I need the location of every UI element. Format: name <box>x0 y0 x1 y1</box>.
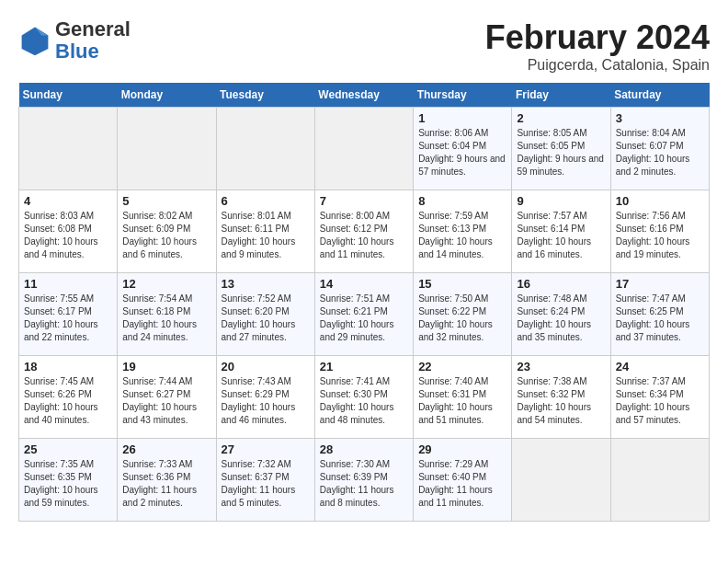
weekday-header: Saturday <box>610 83 709 108</box>
day-number: 1 <box>418 111 506 125</box>
day-info: Sunrise: 8:01 AMSunset: 6:11 PMDaylight:… <box>222 210 310 261</box>
title-block: February 2024 Puigcerda, Catalonia, Spai… <box>485 18 710 74</box>
day-number: 2 <box>517 111 605 125</box>
day-info: Sunrise: 7:29 AMSunset: 6:40 PMDaylight:… <box>418 458 506 510</box>
calendar-cell: 1Sunrise: 8:06 AMSunset: 6:04 PMDaylight… <box>414 108 512 190</box>
calendar-cell: 8Sunrise: 7:59 AMSunset: 6:13 PMDaylight… <box>414 190 512 273</box>
day-info: Sunrise: 7:35 AMSunset: 6:35 PMDaylight:… <box>24 458 112 510</box>
calendar-cell: 23Sunrise: 7:38 AMSunset: 6:32 PMDayligh… <box>512 356 610 439</box>
day-number: 25 <box>24 442 112 456</box>
day-info: Sunrise: 7:56 AMSunset: 6:16 PMDaylight:… <box>616 210 704 261</box>
day-number: 10 <box>616 194 704 208</box>
calendar-cell: 9Sunrise: 7:57 AMSunset: 6:14 PMDaylight… <box>512 190 610 273</box>
day-number: 9 <box>517 194 605 208</box>
day-info: Sunrise: 7:41 AMSunset: 6:30 PMDaylight:… <box>320 375 408 427</box>
calendar-week-row: 11Sunrise: 7:55 AMSunset: 6:17 PMDayligh… <box>19 273 710 356</box>
day-info: Sunrise: 7:32 AMSunset: 6:37 PMDaylight:… <box>222 458 310 510</box>
weekday-header: Tuesday <box>216 83 314 108</box>
day-number: 17 <box>616 277 704 291</box>
logo-general: General <box>55 18 131 40</box>
day-info: Sunrise: 7:44 AMSunset: 6:27 PMDaylight:… <box>122 375 210 427</box>
calendar-cell: 29Sunrise: 7:29 AMSunset: 6:40 PMDayligh… <box>414 439 512 522</box>
calendar-cell: 12Sunrise: 7:54 AMSunset: 6:18 PMDayligh… <box>118 273 216 356</box>
day-info: Sunrise: 7:52 AMSunset: 6:20 PMDaylight:… <box>222 293 310 344</box>
calendar-title: February 2024 <box>485 18 710 57</box>
calendar-cell <box>216 108 314 190</box>
day-info: Sunrise: 7:47 AMSunset: 6:25 PMDaylight:… <box>616 293 704 344</box>
day-number: 3 <box>616 111 704 125</box>
svg-marker-0 <box>22 28 49 56</box>
day-number: 5 <box>122 194 210 208</box>
day-info: Sunrise: 8:03 AMSunset: 6:08 PMDaylight:… <box>24 210 112 261</box>
day-number: 6 <box>222 194 310 208</box>
calendar-week-row: 25Sunrise: 7:35 AMSunset: 6:35 PMDayligh… <box>19 439 710 522</box>
logo-icon <box>18 24 51 57</box>
weekday-header: Thursday <box>414 83 512 108</box>
calendar-cell: 11Sunrise: 7:55 AMSunset: 6:17 PMDayligh… <box>19 273 118 356</box>
day-number: 16 <box>517 277 605 291</box>
day-info: Sunrise: 7:54 AMSunset: 6:18 PMDaylight:… <box>122 293 210 344</box>
calendar-cell: 24Sunrise: 7:37 AMSunset: 6:34 PMDayligh… <box>610 356 709 439</box>
day-number: 4 <box>24 194 112 208</box>
day-info: Sunrise: 7:45 AMSunset: 6:26 PMDaylight:… <box>24 375 112 427</box>
logo-text: General Blue <box>55 18 131 63</box>
calendar-cell <box>118 108 216 190</box>
weekday-header: Monday <box>118 83 216 108</box>
day-info: Sunrise: 7:57 AMSunset: 6:14 PMDaylight:… <box>517 210 605 261</box>
calendar-cell: 4Sunrise: 8:03 AMSunset: 6:08 PMDaylight… <box>19 190 118 273</box>
page-header: General Blue February 2024 Puigcerda, Ca… <box>18 18 710 74</box>
calendar-cell <box>314 108 413 190</box>
day-info: Sunrise: 7:37 AMSunset: 6:34 PMDaylight:… <box>616 375 704 427</box>
calendar-cell: 13Sunrise: 7:52 AMSunset: 6:20 PMDayligh… <box>216 273 314 356</box>
calendar-week-row: 18Sunrise: 7:45 AMSunset: 6:26 PMDayligh… <box>19 356 710 439</box>
day-info: Sunrise: 7:33 AMSunset: 6:36 PMDaylight:… <box>122 458 210 510</box>
day-info: Sunrise: 7:30 AMSunset: 6:39 PMDaylight:… <box>320 458 408 510</box>
day-info: Sunrise: 7:38 AMSunset: 6:32 PMDaylight:… <box>517 375 605 427</box>
day-number: 21 <box>320 360 408 373</box>
day-info: Sunrise: 7:50 AMSunset: 6:22 PMDaylight:… <box>418 293 506 344</box>
weekday-header-row: SundayMondayTuesdayWednesdayThursdayFrid… <box>19 83 710 108</box>
day-info: Sunrise: 7:48 AMSunset: 6:24 PMDaylight:… <box>517 293 605 344</box>
day-number: 8 <box>418 194 506 208</box>
calendar-cell: 27Sunrise: 7:32 AMSunset: 6:37 PMDayligh… <box>216 439 314 522</box>
logo: General Blue <box>18 18 131 63</box>
day-number: 22 <box>418 360 506 373</box>
day-info: Sunrise: 7:51 AMSunset: 6:21 PMDaylight:… <box>320 293 408 344</box>
day-number: 26 <box>122 442 210 456</box>
day-info: Sunrise: 7:43 AMSunset: 6:29 PMDaylight:… <box>222 375 310 427</box>
day-number: 15 <box>418 277 506 291</box>
calendar-cell: 19Sunrise: 7:44 AMSunset: 6:27 PMDayligh… <box>118 356 216 439</box>
day-info: Sunrise: 8:04 AMSunset: 6:07 PMDaylight:… <box>616 127 704 178</box>
day-number: 11 <box>24 277 112 291</box>
calendar-cell: 16Sunrise: 7:48 AMSunset: 6:24 PMDayligh… <box>512 273 610 356</box>
weekday-header: Wednesday <box>314 83 413 108</box>
day-number: 13 <box>222 277 310 291</box>
weekday-header: Sunday <box>19 83 118 108</box>
calendar-cell: 18Sunrise: 7:45 AMSunset: 6:26 PMDayligh… <box>19 356 118 439</box>
day-info: Sunrise: 7:55 AMSunset: 6:17 PMDaylight:… <box>24 293 112 344</box>
calendar-cell <box>610 439 709 522</box>
calendar-cell <box>19 108 118 190</box>
calendar-cell: 25Sunrise: 7:35 AMSunset: 6:35 PMDayligh… <box>19 439 118 522</box>
calendar-cell: 10Sunrise: 7:56 AMSunset: 6:16 PMDayligh… <box>610 190 709 273</box>
day-number: 20 <box>222 360 310 373</box>
calendar-cell: 26Sunrise: 7:33 AMSunset: 6:36 PMDayligh… <box>118 439 216 522</box>
day-number: 28 <box>320 442 408 456</box>
calendar-cell: 6Sunrise: 8:01 AMSunset: 6:11 PMDaylight… <box>216 190 314 273</box>
day-number: 12 <box>122 277 210 291</box>
day-number: 19 <box>122 360 210 373</box>
calendar-cell: 17Sunrise: 7:47 AMSunset: 6:25 PMDayligh… <box>610 273 709 356</box>
calendar-table: SundayMondayTuesdayWednesdayThursdayFrid… <box>18 83 710 522</box>
day-number: 7 <box>320 194 408 208</box>
calendar-cell: 2Sunrise: 8:05 AMSunset: 6:05 PMDaylight… <box>512 108 610 190</box>
calendar-cell: 21Sunrise: 7:41 AMSunset: 6:30 PMDayligh… <box>314 356 413 439</box>
day-info: Sunrise: 8:06 AMSunset: 6:04 PMDaylight:… <box>418 127 506 178</box>
day-number: 18 <box>24 360 112 373</box>
calendar-cell: 28Sunrise: 7:30 AMSunset: 6:39 PMDayligh… <box>314 439 413 522</box>
calendar-cell: 7Sunrise: 8:00 AMSunset: 6:12 PMDaylight… <box>314 190 413 273</box>
day-number: 14 <box>320 277 408 291</box>
calendar-cell: 15Sunrise: 7:50 AMSunset: 6:22 PMDayligh… <box>414 273 512 356</box>
calendar-week-row: 4Sunrise: 8:03 AMSunset: 6:08 PMDaylight… <box>19 190 710 273</box>
day-info: Sunrise: 8:00 AMSunset: 6:12 PMDaylight:… <box>320 210 408 261</box>
calendar-cell: 14Sunrise: 7:51 AMSunset: 6:21 PMDayligh… <box>314 273 413 356</box>
